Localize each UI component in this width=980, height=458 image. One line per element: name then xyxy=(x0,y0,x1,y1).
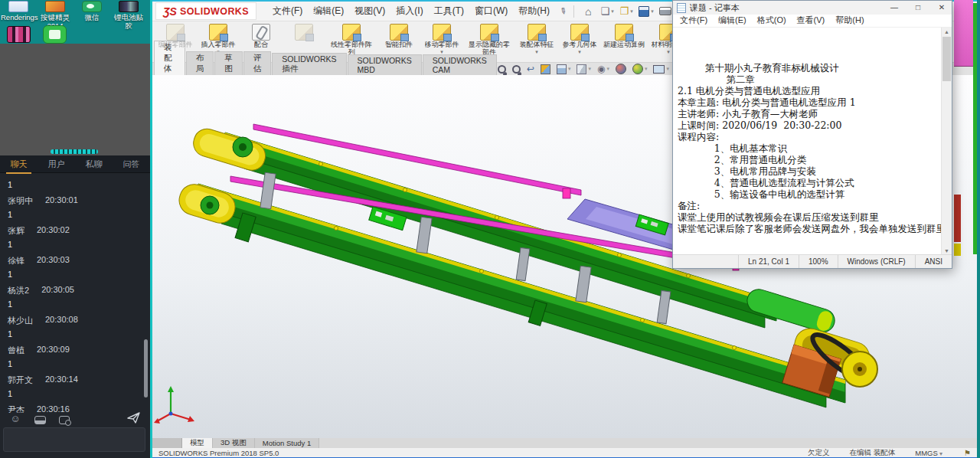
save-icon[interactable] xyxy=(639,4,654,19)
text-line: 本章主题: 电机分类与普通电机选型应用 1 xyxy=(678,97,942,108)
text-line: 2、常用普通电机分类 xyxy=(678,154,942,165)
paper-plane-icon xyxy=(127,412,141,424)
menu-item[interactable]: 编辑(E) xyxy=(308,5,349,18)
menu-item[interactable]: 窗口(W) xyxy=(469,5,513,18)
panel-divider xyxy=(150,0,152,458)
message-time: 20:30:03 xyxy=(37,255,70,267)
webcam-video-panel xyxy=(0,44,150,156)
ribbon-button[interactable]: 新建运动算例 xyxy=(601,21,647,62)
dropdown-caret-icon[interactable]: ▾ xyxy=(578,49,581,54)
chat-tab[interactable]: 用户 xyxy=(38,159,75,170)
image-icon[interactable] xyxy=(34,416,46,424)
notepad-menu-item[interactable]: 文件(F) xyxy=(675,15,713,27)
text-line: 主讲老师: 小丸子教育—大树老师 xyxy=(678,108,942,119)
text-line: 第二章 xyxy=(678,74,942,85)
menu-item[interactable]: 文件(F) xyxy=(267,5,308,18)
custom-status-icon[interactable]: ⚑ xyxy=(964,449,971,457)
scrollbar-thumb[interactable] xyxy=(942,37,951,81)
home-icon[interactable] xyxy=(581,4,595,19)
dropdown-caret-icon[interactable]: ▾ xyxy=(667,49,670,54)
chat-scrollbar[interactable] xyxy=(144,339,148,397)
chat-message-list[interactable]: 1 张明中 20:30:01 1 张辉 20:30:02 1 徐锋 xyxy=(0,174,150,413)
close-button[interactable]: ✕ xyxy=(932,1,952,15)
editing-status: 在编辑 装配体 xyxy=(850,448,896,458)
ribbon-button[interactable]: 编辑零部件 xyxy=(154,21,197,62)
edit-appearance-icon[interactable] xyxy=(616,64,626,74)
menu-item[interactable]: 视图(V) xyxy=(349,5,390,18)
view-settings-icon[interactable] xyxy=(653,65,669,74)
screen: Renderings 按键精灵 2014 微信 锂电池贴胶 聊天用户私聊问答 xyxy=(0,0,980,458)
shortcut-a-icon[interactable] xyxy=(7,26,31,43)
solidworks-logo: ƷS SOLIDWORKS xyxy=(155,2,256,20)
chat-tab[interactable]: 聊天 xyxy=(0,159,38,170)
previous-view-icon[interactable] xyxy=(527,64,534,74)
shortcut-b-icon[interactable] xyxy=(43,25,67,44)
pin-menubar-icon[interactable]: ✎ xyxy=(557,5,569,18)
zoom-fit-icon[interactable] xyxy=(498,65,506,74)
message-text: 1 xyxy=(8,210,142,219)
sender-name: 尹杰 xyxy=(8,404,24,413)
sender-name: 曾植 xyxy=(8,345,24,356)
dropdown-caret-icon[interactable]: ▾ xyxy=(535,49,538,54)
ribbon-button[interactable]: 参考几何体 ▾ xyxy=(558,21,601,62)
view-orientation-icon[interactable] xyxy=(557,64,571,74)
screenshot-icon[interactable] xyxy=(59,416,70,424)
notepad-menu-item[interactable]: 查看(V) xyxy=(792,15,831,27)
chat-message-input[interactable] xyxy=(3,427,145,452)
shortcut-label: 锂电池贴胶 xyxy=(111,14,146,30)
ribbon-button-label: 装配体特征 xyxy=(520,41,554,49)
notepad-scrollbar[interactable]: ▲ ▼ xyxy=(941,28,952,255)
text-line: 课堂上使用的试教视频会在课后压缩发送到群里 xyxy=(678,211,942,223)
hide-show-items-icon[interactable] xyxy=(597,64,609,74)
chat-message: 曾植 20:30:09 1 xyxy=(8,345,142,368)
command-tab[interactable]: SOLIDWORKS MBD xyxy=(348,54,422,76)
new-motion-study-icon xyxy=(615,24,633,41)
anjian-icon xyxy=(45,1,65,12)
menu-item[interactable]: 插入(I) xyxy=(390,5,428,18)
maximize-button[interactable]: □ xyxy=(908,1,928,15)
chat-tab[interactable]: 私聊 xyxy=(75,159,113,170)
heads-up-view-toolbar xyxy=(498,64,669,76)
send-button[interactable] xyxy=(127,412,141,427)
command-tab[interactable]: SOLIDWORKS CAM xyxy=(423,54,497,76)
sender-name: 徐锋 xyxy=(8,255,24,267)
section-view-icon[interactable] xyxy=(541,64,550,74)
display-style-icon[interactable] xyxy=(577,64,591,74)
ribbon-button[interactable] xyxy=(283,21,325,62)
notepad-menu-item[interactable]: 编辑(E) xyxy=(713,15,752,27)
scroll-up-icon[interactable]: ▲ xyxy=(942,28,952,36)
menu-item[interactable]: 工具(T) xyxy=(429,5,469,18)
new-document-icon[interactable] xyxy=(600,4,614,19)
chat-tabbar: 聊天用户私聊问答 xyxy=(0,155,150,173)
tab-splitter[interactable] xyxy=(152,438,182,448)
minimize-button[interactable]: — xyxy=(884,1,904,15)
chat-tab[interactable]: 问答 xyxy=(113,159,150,170)
command-tab[interactable]: 草图 xyxy=(214,51,243,76)
emoji-icon[interactable]: ☺ xyxy=(9,414,21,425)
notepad-menu-item[interactable]: 格式(O) xyxy=(752,15,792,27)
open-icon[interactable] xyxy=(619,4,633,19)
zoom-area-icon[interactable] xyxy=(512,65,521,74)
message-text: 1 xyxy=(8,299,142,309)
text-line: 课堂笔记课后除了客服老师会发送网盘外，我会单独发送到群里 xyxy=(678,223,942,234)
document-tab[interactable]: 3D 视图 xyxy=(213,438,255,448)
menu-item[interactable]: 帮助(H) xyxy=(513,5,555,18)
notepad-text-area[interactable]: 第十期小丸子教育非标机械设计 第二章2.1 电机分类与普通电机选型应用本章主题:… xyxy=(673,28,942,255)
notepad-titlebar[interactable]: 课题 - 记事本 — □ ✕ xyxy=(673,1,952,15)
text-line: 2.1 电机分类与普通电机选型应用 xyxy=(678,85,942,97)
desktop-shortcut[interactable]: 微信 xyxy=(74,0,110,44)
ribbon-button[interactable]: 装配体特征 ▾ xyxy=(515,21,558,62)
shortcut-label: 微信 xyxy=(85,14,100,22)
document-tab[interactable]: 模型 xyxy=(182,438,213,448)
command-tab[interactable]: 评估 xyxy=(243,51,272,76)
document-tab[interactable]: Motion Study 1 xyxy=(255,438,319,448)
mic-level-indicator xyxy=(51,149,98,154)
chat-message: 尹杰 20:30:16 1 xyxy=(8,404,142,413)
model-fragment-green xyxy=(973,3,977,254)
units-dropdown[interactable]: MMGS xyxy=(915,449,942,457)
apply-scene-icon[interactable] xyxy=(632,64,648,74)
desktop-shortcut[interactable]: 锂电池贴胶 xyxy=(110,0,147,44)
notepad-menu-item[interactable]: 帮助(H) xyxy=(830,15,869,27)
ribbon-button-label: 编辑零部件 xyxy=(158,41,193,49)
model-fragment-red xyxy=(954,195,961,242)
